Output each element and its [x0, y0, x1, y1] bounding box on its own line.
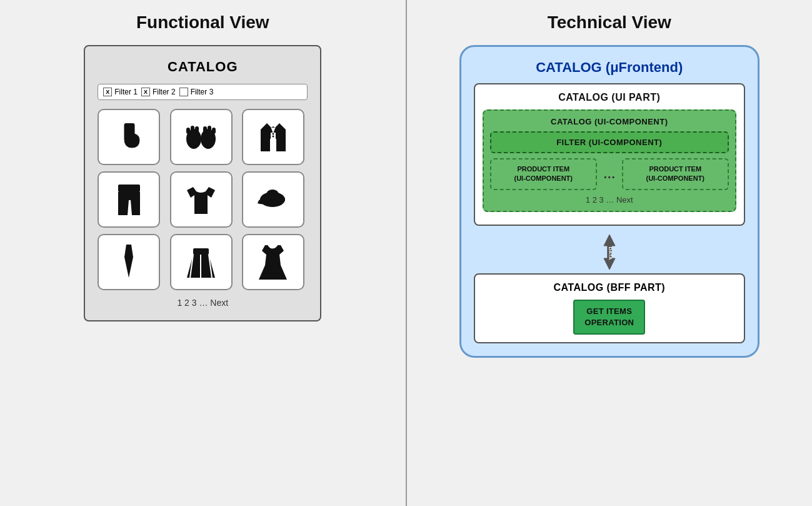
main-container: Functional View CATALOG X Filter 1 X Fil… — [0, 0, 812, 506]
bff-title: CATALOG (BFF PART) — [483, 282, 736, 293]
tshirt-icon — [184, 184, 218, 215]
svg-rect-4 — [195, 126, 199, 133]
data-arrow: DATA — [588, 233, 631, 271]
ui-part-box: CATALOG (UI PART) CATALOG (UI-COMPONENT)… — [474, 83, 745, 226]
catalog-ui-component: CATALOG (UI-COMPONENT) FILTER (UI-COMPON… — [483, 109, 736, 212]
product-item-gloves[interactable] — [170, 109, 233, 165]
svg-point-11 — [272, 135, 274, 137]
filter1-x-icon[interactable]: X — [103, 88, 112, 96]
svg-rect-3 — [191, 126, 194, 133]
product-item-component-2: PRODUCT ITEM(UI-COMPONENT) — [622, 158, 729, 190]
filter-chip-1: X Filter 1 — [103, 88, 138, 96]
cap-icon — [256, 186, 290, 214]
right-panel: Technical View CATALOG (μFrontend) CATAL… — [407, 0, 813, 506]
svg-rect-6 — [212, 128, 216, 134]
svg-rect-0 — [124, 123, 134, 127]
svg-point-15 — [266, 190, 279, 200]
svg-rect-12 — [118, 185, 140, 192]
svg-marker-16 — [124, 245, 133, 278]
filter-chip-3: Filter 3 — [179, 88, 214, 96]
product-item-pants[interactable] — [98, 171, 160, 228]
svg-rect-2 — [186, 128, 190, 134]
skirt-icon — [184, 245, 218, 280]
gloves-icon — [184, 121, 218, 153]
product-items-row: PRODUCT ITEM(UI-COMPONENT) … PRODUCT ITE… — [490, 158, 729, 190]
bff-part-box: CATALOG (BFF PART) GET ITEMSOPERATION — [474, 273, 745, 343]
product-item-tshirt[interactable] — [170, 171, 233, 228]
filter3-checkbox[interactable] — [179, 88, 188, 96]
tech-pagination[interactable]: 1 2 3 … Next — [490, 195, 729, 205]
svg-rect-8 — [203, 126, 207, 133]
catalog-ui-component-title: CATALOG (UI-COMPONENT) — [490, 117, 729, 126]
dots-label: … — [603, 167, 616, 181]
product-item-skirt[interactable] — [170, 234, 233, 290]
product-item-component-1: PRODUCT ITEM(UI-COMPONENT) — [490, 158, 597, 190]
left-panel: Functional View CATALOG X Filter 1 X Fil… — [0, 0, 406, 506]
functional-pagination[interactable]: 1 2 3 … Next — [98, 298, 308, 308]
product-item-tie[interactable] — [98, 234, 160, 290]
filter3-label: Filter 3 — [191, 88, 214, 96]
functional-box: CATALOG X Filter 1 X Filter 2 Filter 3 — [84, 45, 321, 321]
dress-icon — [256, 243, 290, 281]
catalog-microfrontend-title: CATALOG (μFrontend) — [474, 59, 745, 76]
catalog-title: CATALOG — [98, 59, 308, 75]
product-item-jacket[interactable] — [242, 109, 304, 165]
functional-view-title: Functional View — [136, 13, 269, 33]
data-arrow-container: DATA — [474, 233, 745, 271]
filter2-x-icon[interactable]: X — [141, 88, 150, 96]
product-item-cap[interactable] — [242, 171, 304, 228]
filter2-label: Filter 2 — [153, 88, 176, 96]
svg-rect-7 — [208, 126, 211, 133]
filter1-label: Filter 1 — [114, 88, 138, 96]
svg-rect-17 — [193, 248, 209, 255]
arrow-data-label: DATA — [608, 246, 613, 260]
filter-ui-component: FILTER (UI-COMPONENT) — [490, 131, 729, 153]
product-grid — [98, 109, 308, 290]
product-item-sock[interactable] — [98, 109, 160, 165]
jacket-icon — [258, 120, 289, 154]
svg-point-10 — [272, 133, 274, 134]
product-item-dress[interactable] — [242, 234, 304, 290]
technical-box: CATALOG (μFrontend) CATALOG (UI PART) CA… — [459, 45, 759, 358]
get-items-operation-button[interactable]: GET ITEMSOPERATION — [573, 300, 645, 335]
filter-chip-2: X Filter 2 — [141, 88, 176, 96]
sock-icon — [113, 121, 144, 153]
pants-icon — [115, 183, 143, 217]
tie-icon — [119, 243, 138, 281]
ui-part-title: CATALOG (UI PART) — [483, 92, 736, 103]
technical-view-title: Technical View — [548, 13, 671, 33]
filter-bar: X Filter 1 X Filter 2 Filter 3 — [98, 84, 308, 100]
